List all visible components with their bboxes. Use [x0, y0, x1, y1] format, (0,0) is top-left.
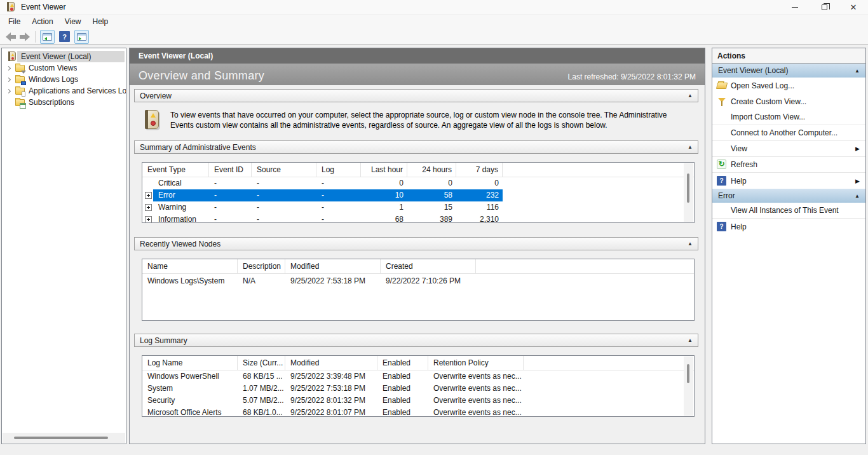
- collapse-arrow-icon[interactable]: ▲: [855, 193, 860, 199]
- table-row[interactable]: Microsoft Office Alerts 68 KB/1.0... 9/2…: [142, 407, 694, 417]
- collapse-arrow-icon[interactable]: ▲: [688, 93, 693, 98]
- overview-body: To view events that have occurred on you…: [130, 102, 705, 135]
- column-header[interactable]: Log: [316, 163, 361, 177]
- column-header[interactable]: Log Name: [142, 356, 238, 370]
- expand-plus-icon[interactable]: [145, 204, 152, 211]
- log-summary-section-header[interactable]: Log Summary ▲: [134, 334, 698, 347]
- menu-file[interactable]: File: [3, 15, 26, 28]
- action-view[interactable]: View ▶: [712, 141, 865, 157]
- action-open-saved-log[interactable]: Open Saved Log...: [712, 78, 865, 93]
- summary-vertical-scrollbar[interactable]: [684, 163, 693, 222]
- show-action-pane-button[interactable]: [74, 30, 89, 44]
- actions-section-event-viewer[interactable]: Event Viewer (Local) ▲: [712, 64, 865, 78]
- collapse-arrow-icon[interactable]: ▲: [688, 144, 693, 150]
- cell: 1: [361, 201, 407, 214]
- column-header[interactable]: Retention Policy: [428, 356, 524, 370]
- recent-section-title: Recently Viewed Nodes: [140, 240, 220, 248]
- column-header[interactable]: Source: [252, 163, 316, 177]
- scrollbar-thumb[interactable]: [687, 364, 689, 383]
- event-viewer-app-icon: [6, 2, 16, 12]
- action-error-help[interactable]: ? Help: [712, 219, 865, 234]
- log-summary-table-header: Log Name Size (Curr... Modified Enabled …: [142, 356, 694, 370]
- action-label: View All Instances of This Event: [731, 206, 839, 215]
- cell: 9/25/2022 7:53:18 PM: [285, 383, 377, 395]
- back-arrow-icon: [6, 32, 11, 41]
- column-header[interactable]: Enabled: [377, 356, 428, 370]
- action-import-custom-view[interactable]: Import Custom View...: [712, 109, 865, 125]
- help-toolbar-button[interactable]: ?: [57, 30, 72, 44]
- help-icon: ?: [716, 221, 729, 233]
- column-header[interactable]: Last hour: [361, 163, 407, 177]
- action-connect-another-computer[interactable]: Connect to Another Computer...: [712, 125, 865, 141]
- column-header[interactable]: Name: [142, 259, 238, 273]
- column-header[interactable]: Event Type: [142, 163, 209, 177]
- action-view-all-instances[interactable]: View All Instances of This Event: [712, 203, 865, 219]
- minimize-button[interactable]: [780, 0, 810, 14]
- collapse-arrow-icon[interactable]: ▲: [688, 337, 693, 343]
- column-header[interactable]: 7 days: [456, 163, 503, 177]
- tree-item-windows-logs[interactable]: Windows Logs: [2, 74, 126, 85]
- refresh-icon: ↻: [716, 159, 729, 170]
- cell: 68 KB/1.0...: [238, 407, 285, 417]
- action-label: Refresh: [731, 160, 757, 169]
- close-button[interactable]: ✕: [839, 0, 868, 14]
- log-summary-vertical-scrollbar[interactable]: [684, 357, 693, 416]
- restore-button[interactable]: [810, 0, 839, 14]
- table-row-warning[interactable]: Warning - - - 1 15 116: [142, 201, 694, 214]
- action-help[interactable]: ? Help ▶: [712, 173, 865, 189]
- tree-item-applications-services[interactable]: Applications and Services Lo: [2, 85, 126, 97]
- recent-table-header: Name Description Modified Created: [142, 259, 694, 274]
- collapse-arrow-icon[interactable]: ▲: [855, 68, 860, 74]
- page-title: Overview and Summary: [139, 69, 264, 83]
- table-row-error-selected[interactable]: Error - - - 10 58 232: [142, 189, 694, 201]
- chevron-right-icon: [6, 65, 11, 70]
- cell: 389: [407, 214, 456, 223]
- expand-plus-icon[interactable]: [145, 192, 152, 199]
- forward-button[interactable]: [20, 32, 30, 41]
- tree-horizontal-scrollbar[interactable]: [3, 433, 125, 443]
- tree-item-label: Applications and Services Lo: [29, 86, 126, 95]
- menu-action[interactable]: Action: [26, 15, 58, 28]
- table-row[interactable]: Windows PowerShell 68 KB/15 ... 9/25/202…: [142, 370, 694, 383]
- action-create-custom-view[interactable]: Create Custom View...: [712, 93, 865, 109]
- actions-panel-header: Actions: [712, 48, 865, 64]
- summary-section-title: Summary of Administrative Events: [140, 143, 256, 152]
- cell: Windows Logs\System: [142, 274, 238, 288]
- column-header[interactable]: Modified: [285, 356, 377, 370]
- table-row-information[interactable]: Information - - - 68 389 2,310: [142, 214, 694, 223]
- show-console-tree-button[interactable]: [40, 30, 55, 44]
- title-bar: Event Viewer ✕: [0, 0, 868, 15]
- tree-item-event-viewer-local[interactable]: Event Viewer (Local): [2, 51, 126, 62]
- subscriptions-icon: [15, 97, 25, 107]
- collapse-arrow-icon[interactable]: ▲: [688, 241, 693, 247]
- overview-section-header[interactable]: Overview ▲: [134, 89, 698, 102]
- column-header[interactable]: Modified: [285, 259, 381, 273]
- column-header[interactable]: Description: [238, 259, 285, 273]
- table-row[interactable]: System 1.07 MB/2... 9/25/2022 7:53:18 PM…: [142, 383, 694, 395]
- summary-section-header[interactable]: Summary of Administrative Events ▲: [134, 140, 698, 154]
- actions-panel: Actions Event Viewer (Local) ▲ Open Save…: [712, 48, 866, 444]
- tree-item-subscriptions[interactable]: Subscriptions: [2, 97, 126, 108]
- column-header[interactable]: 24 hours: [407, 163, 456, 177]
- column-header[interactable]: Event ID: [209, 163, 252, 177]
- cell: 9/22/2022 7:10:26 PM: [381, 274, 476, 288]
- actions-section-error[interactable]: Error ▲: [712, 189, 865, 203]
- back-button[interactable]: [6, 32, 16, 41]
- recent-section-header[interactable]: Recently Viewed Nodes ▲: [134, 237, 698, 250]
- table-row[interactable]: Windows Logs\System N/A 9/25/2022 7:53:1…: [142, 274, 694, 288]
- menu-view[interactable]: View: [59, 15, 87, 28]
- table-row[interactable]: Security 5.07 MB/2... 9/25/2022 8:01:32 …: [142, 395, 694, 407]
- expand-plus-icon[interactable]: [145, 216, 152, 223]
- column-header[interactable]: Created: [381, 259, 476, 273]
- cell: -: [252, 214, 316, 223]
- tree-item-custom-views[interactable]: Custom Views: [2, 62, 126, 74]
- column-header[interactable]: Size (Curr...: [238, 356, 285, 370]
- action-label: Open Saved Log...: [731, 81, 794, 90]
- scrollbar-thumb[interactable]: [14, 437, 108, 439]
- menu-help[interactable]: Help: [87, 15, 114, 28]
- breadcrumb-label: Event Viewer (Local): [139, 51, 213, 60]
- table-row-critical[interactable]: Critical - - - 0 0 0: [142, 177, 694, 189]
- scrollbar-thumb[interactable]: [687, 173, 689, 203]
- custom-views-folder-icon: [15, 63, 25, 73]
- action-refresh[interactable]: ↻ Refresh: [712, 157, 865, 173]
